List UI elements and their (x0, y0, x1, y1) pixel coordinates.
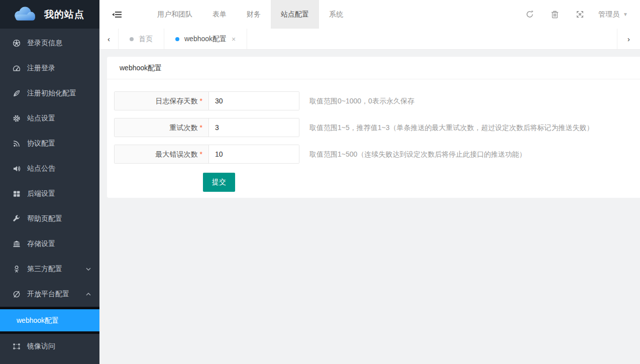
webhook-config-card: webhook配置 日志保存天数* 取值范围0~1000，0表示永久保存 重试次… (107, 57, 640, 198)
form-row-retry-count: 重试次数* 取值范围1~5，推荐值1~3（单条推送的最大重试次数，超过设定次数后… (114, 118, 632, 137)
retry-count-input[interactable] (209, 118, 299, 137)
top-header: 用户和团队 表单 财务 站点配置 系统 (99, 0, 640, 29)
nav-item-site-config[interactable]: 站点配置 (271, 0, 319, 29)
card-title: webhook配置 (107, 57, 640, 79)
sidebar-item-login-page-info[interactable]: 登录页信息 (0, 31, 99, 56)
field-hint: 取值范围1~5，推荐值1~3（单条推送的最大重试次数，超过设定次数后将标记为推送… (309, 118, 594, 137)
nav-item-system[interactable]: 系统 (319, 0, 353, 29)
nav-item-users-teams[interactable]: 用户和团队 (147, 0, 202, 29)
side-menu: 登录页信息 注册登录 注册初始化配置 站点设置 (0, 29, 99, 359)
sidebar-item-site-settings[interactable]: 站点设置 (0, 106, 99, 131)
sidebar-item-register-init-config[interactable]: 注册初始化配置 (0, 81, 99, 106)
form-row-log-days: 日志保存天数* 取值范围0~1000，0表示永久保存 (114, 91, 632, 110)
sidebar-subitem-label: webhook配置 (17, 316, 59, 324)
sidebar-item-site-announcement[interactable]: 站点公告 (0, 156, 99, 181)
sidebar-item-label: 登录页信息 (27, 39, 62, 48)
main-area: 用户和团队 表单 财务 站点配置 系统 (99, 0, 640, 364)
tab-label: webhook配置 (184, 35, 227, 44)
sidebar-item-protocol-config[interactable]: 协议配置 (0, 131, 99, 156)
tab-home[interactable]: 首页 (119, 29, 164, 49)
tab-webhook-config[interactable]: webhook配置 × (164, 29, 247, 49)
field-hint: 取值范围0~1000，0表示永久保存 (309, 91, 414, 110)
caret-down-icon: ▼ (623, 12, 628, 17)
sidebar-item-label: 协议配置 (27, 139, 55, 148)
tab-close-icon[interactable]: × (232, 35, 236, 43)
dashboard-icon (12, 64, 21, 73)
sidebar-item-label: 开放平台配置 (27, 290, 69, 299)
open-platform-submenu: webhook配置 (0, 307, 99, 334)
grid-icon (12, 189, 21, 198)
nav-item-finance[interactable]: 财务 (237, 0, 271, 29)
required-asterisk: * (200, 97, 202, 105)
sidebar: 我的站点 登录页信息 注册登录 注册初始化配置 (0, 0, 99, 364)
sidebar-item-third-party-config[interactable]: 第三方配置 (0, 257, 99, 282)
top-nav: 用户和团队 表单 财务 站点配置 系统 (147, 0, 353, 29)
required-asterisk: * (200, 124, 202, 132)
sidebar-item-label: 第三方配置 (27, 265, 62, 274)
tab-dot (175, 37, 179, 41)
log-days-input[interactable] (209, 92, 299, 110)
nav-item-forms[interactable]: 表单 (202, 0, 237, 29)
tab-bar: ‹ 首页 webhook配置 × › (99, 29, 640, 50)
sidebar-item-label: 站点公告 (27, 164, 55, 173)
user-icon (12, 265, 21, 274)
football-icon (12, 39, 21, 48)
brand-title: 我的站点 (44, 8, 84, 21)
cloud-icon (10, 5, 39, 24)
sidebar-item-label: 注册登录 (27, 64, 55, 73)
user-name: 管理员 (598, 10, 619, 19)
refresh-icon[interactable] (517, 10, 542, 19)
sidebar-item-help-page-config[interactable]: 帮助页配置 (0, 206, 99, 231)
circle-slash-icon (12, 290, 21, 299)
user-menu[interactable]: 管理员 ▼ (598, 10, 628, 19)
brand-logo: 我的站点 (0, 0, 99, 29)
field-label: 日志保存天数* (115, 92, 209, 110)
sidebar-item-label: 后端设置 (27, 189, 55, 198)
object-group-icon (12, 342, 21, 351)
sidebar-item-label: 帮助页配置 (27, 214, 62, 223)
tabs-scroll-right-icon[interactable]: › (617, 29, 640, 49)
gear-icon (12, 114, 21, 123)
trash-icon[interactable] (542, 10, 567, 19)
sidebar-item-label: 镜像访问 (27, 342, 55, 351)
sidebar-item-backend-settings[interactable]: 后端设置 (0, 181, 99, 206)
field-group: 日志保存天数* (114, 91, 299, 110)
webhook-config-form: 日志保存天数* 取值范围0~1000，0表示永久保存 重试次数* 取值范围1~5… (107, 79, 640, 198)
sidebar-item-storage-settings[interactable]: 存储设置 (0, 231, 99, 257)
field-label: 重试次数* (115, 118, 209, 137)
sidebar-item-mirror-access[interactable]: 镜像访问 (0, 334, 99, 359)
field-label-text: 重试次数 (170, 124, 198, 132)
tab-dot (130, 37, 134, 41)
chevron-up-icon (85, 282, 91, 307)
wrench-icon (12, 214, 21, 223)
required-asterisk: * (200, 150, 202, 158)
sidebar-subitem-webhook-config[interactable]: webhook配置 (0, 309, 99, 331)
content-area: webhook配置 日志保存天数* 取值范围0~1000，0表示永久保存 重试次… (99, 50, 640, 364)
sidebar-item-open-platform-config[interactable]: 开放平台配置 (0, 282, 99, 307)
field-group: 最大错误次数* (114, 145, 299, 164)
sidebar-item-label: 存储设置 (27, 239, 55, 249)
submit-button[interactable]: 提交 (203, 173, 235, 192)
speaker-icon (12, 164, 21, 173)
bank-icon (12, 239, 21, 249)
field-hint: 取值范围1~500（连续失败达到设定次数后将停止此接口的推送功能） (309, 145, 526, 164)
field-label: 最大错误次数* (115, 145, 209, 163)
form-row-max-error-count: 最大错误次数* 取值范围1~500（连续失败达到设定次数后将停止此接口的推送功能… (114, 145, 632, 164)
chevron-down-icon (85, 257, 91, 282)
tabbar-spacer (247, 29, 617, 49)
field-group: 重试次数* (114, 118, 299, 137)
field-label-text: 最大错误次数 (156, 150, 198, 158)
sidebar-item-label: 注册初始化配置 (27, 89, 76, 98)
rss-icon (12, 139, 21, 148)
sidebar-item-register-login[interactable]: 注册登录 (0, 56, 99, 81)
header-actions: 管理员 ▼ (517, 0, 640, 29)
field-label-text: 日志保存天数 (156, 97, 198, 105)
pen-icon (12, 89, 21, 98)
collapse-menu-icon[interactable] (99, 0, 135, 29)
sidebar-item-label: 站点设置 (27, 114, 55, 123)
tabs-scroll-left-icon[interactable]: ‹ (99, 29, 119, 49)
fullscreen-icon[interactable] (567, 10, 592, 19)
tab-label: 首页 (139, 35, 153, 44)
max-error-count-input[interactable] (209, 145, 299, 163)
submit-row: 提交 (203, 171, 632, 192)
